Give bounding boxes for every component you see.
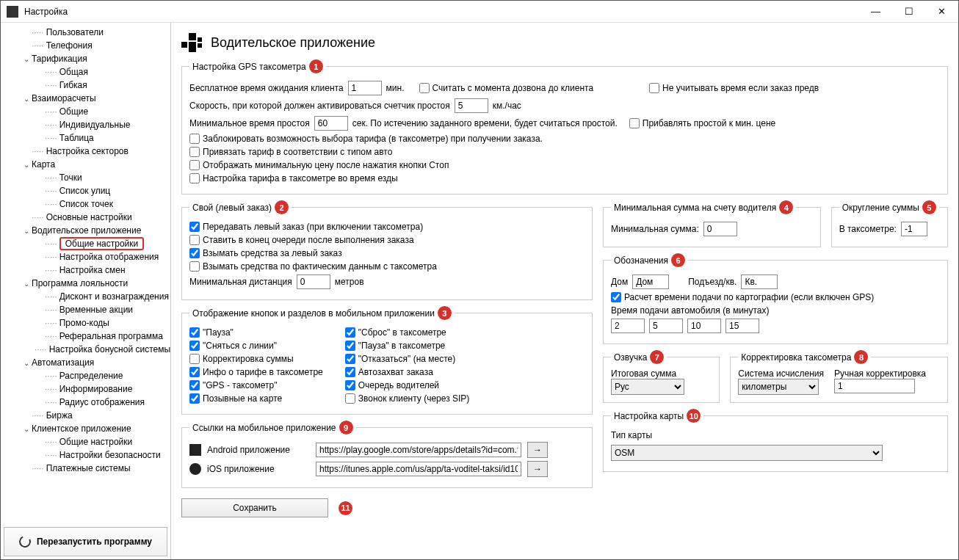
transmit-check[interactable] <box>189 222 200 232</box>
min-sum-input[interactable] <box>703 222 737 236</box>
tree-item[interactable]: ⌄Клиентское приложение <box>5 422 170 435</box>
ignore-time-check[interactable] <box>649 83 659 93</box>
charge-actual-check[interactable] <box>189 261 200 272</box>
add-idle-check[interactable] <box>629 118 640 128</box>
maximize-button[interactable]: ☐ <box>892 1 925 22</box>
map-type-select[interactable]: OSM <box>611 445 883 461</box>
tree-item[interactable]: ·····Индивидуальные <box>5 118 170 131</box>
links-legend: Ссылки на мобильное приложение <box>192 423 336 433</box>
btn-decline-check[interactable] <box>345 354 355 364</box>
btn-offline-check[interactable] <box>189 341 200 351</box>
tree-item[interactable]: ·····Общие <box>5 105 170 118</box>
tree-item-label: Реферальная программа <box>59 331 163 341</box>
min-idle-input[interactable] <box>314 116 348 131</box>
tree-item[interactable]: ·····Настройка смен <box>5 263 170 277</box>
tree-item[interactable]: ·····Гибкая <box>5 79 170 92</box>
min-dist-input[interactable] <box>297 274 330 289</box>
tree-item[interactable]: ·····Общие настройки <box>5 237 170 250</box>
nav-tree[interactable]: ·····Пользователи·····Телефония⌄Тарифика… <box>1 23 170 524</box>
tree-item[interactable]: ·····Промо-коды <box>5 316 170 330</box>
tree-item[interactable]: ·····Телефония <box>5 39 170 52</box>
tree-item[interactable]: ·····Платежные системы <box>5 462 170 475</box>
badge-8: 8 <box>854 350 868 364</box>
tree-item[interactable]: ⌄Карта <box>5 158 170 171</box>
tree-item[interactable]: ⌄Тарификация <box>5 52 170 65</box>
tree-item[interactable]: ·····Реферальная программа <box>5 330 170 343</box>
tree-item[interactable]: ·····Настройка секторов <box>5 145 170 158</box>
ignore-time-label: Не учитывать время если заказ предв <box>662 83 819 93</box>
btn-pausetax-check[interactable] <box>345 341 355 351</box>
tree-item[interactable]: ·····Распределение <box>5 369 170 382</box>
count-from-call-check[interactable] <box>419 83 430 93</box>
chevron-down-icon: ⌄ <box>21 280 32 288</box>
tree-item-label: Настройка секторов <box>46 146 129 156</box>
show-min-price-label: Отображать минимальную цену после нажати… <box>203 160 449 170</box>
tree-item[interactable]: ·····Общие настройки <box>5 435 170 448</box>
btn-sumcorr-check[interactable] <box>189 354 200 364</box>
charge-check[interactable] <box>189 248 200 258</box>
calc-by-map-check[interactable] <box>611 292 621 302</box>
tree-item[interactable]: ·····Информирование <box>5 382 170 396</box>
rounding-input[interactable] <box>901 222 927 236</box>
tree-item-label: Пользователи <box>46 27 104 37</box>
arrival-t4[interactable] <box>725 319 759 333</box>
lock-tariff-check[interactable] <box>189 134 200 144</box>
btn-pause-check[interactable] <box>189 327 200 338</box>
house-input[interactable] <box>632 274 669 289</box>
tree-item[interactable]: ·····Таблица <box>5 131 170 145</box>
bind-tariff-check[interactable] <box>189 147 200 157</box>
tree-item[interactable]: ⌄Взаиморасчеты <box>5 92 170 105</box>
tree-item[interactable]: ·····Список улиц <box>5 184 170 197</box>
btn-gpstax-check[interactable] <box>189 380 200 390</box>
arrival-t2[interactable] <box>649 319 683 333</box>
ios-url-input[interactable] <box>316 462 521 476</box>
tree-item[interactable]: ·····Настройка бонусной системы <box>5 343 170 356</box>
btn-tariffinfo-check[interactable] <box>189 367 200 377</box>
tree-item[interactable]: ⌄Программа лояльности <box>5 277 170 290</box>
speed-input[interactable] <box>455 98 488 113</box>
minimize-button[interactable]: — <box>859 1 892 22</box>
tree-item[interactable]: ·····Настройки безопасности <box>5 448 170 462</box>
tree-item[interactable]: ⌄Водительское приложение <box>5 224 170 237</box>
tree-item[interactable]: ·····Радиус отображения <box>5 396 170 409</box>
tree-item-label: Настройка бонусной системы <box>49 344 170 354</box>
btn-reset-check[interactable] <box>345 327 355 338</box>
queue-end-check[interactable] <box>189 235 200 245</box>
tree-item[interactable]: ·····Временные акции <box>5 303 170 316</box>
arrival-t3[interactable] <box>687 319 721 333</box>
show-min-price-check[interactable] <box>189 160 200 170</box>
badge-9: 9 <box>339 421 353 434</box>
btn-callsigns-check[interactable] <box>189 393 200 404</box>
entrance-input[interactable] <box>741 274 778 289</box>
tree-item[interactable]: ·····Настройка отображения <box>5 250 170 263</box>
btn-queue-check[interactable] <box>345 380 355 390</box>
tree-item[interactable]: ·····Пользователи <box>5 26 170 39</box>
tree-item[interactable]: ·····Основные настройки <box>5 211 170 224</box>
close-button[interactable]: ✕ <box>925 1 958 22</box>
btn-sip-check[interactable] <box>345 393 355 404</box>
system-label: Система исчисления <box>738 368 824 379</box>
ios-label: iOS приложение <box>207 464 310 474</box>
tree-item[interactable]: ·····Общая <box>5 65 170 79</box>
tree-item[interactable]: ⌄Автоматизация <box>5 356 170 369</box>
tree-item[interactable]: ·····Список точек <box>5 197 170 211</box>
arrival-t1[interactable] <box>611 319 645 333</box>
ios-go-button[interactable]: → <box>527 461 548 477</box>
tariff-moving-check[interactable] <box>189 173 200 183</box>
btn-autograb-check[interactable] <box>345 367 355 377</box>
manual-input[interactable] <box>834 379 915 393</box>
android-url-input[interactable] <box>316 443 521 457</box>
tree-item[interactable]: ·····Биржа <box>5 409 170 422</box>
tree-item[interactable]: ·····Точки <box>5 171 170 184</box>
voice-total-select[interactable]: Рус <box>611 379 684 395</box>
tariff-moving-label: Настройка тарифа в таксометре во время е… <box>203 173 398 183</box>
charge-label: Взымать средства за левый заказ <box>203 248 342 258</box>
badge-1: 1 <box>309 59 323 73</box>
restart-button[interactable]: Перезапустить программу <box>4 527 167 556</box>
tree-item[interactable]: ·····Дисконт и вознаграждения <box>5 290 170 303</box>
free-wait-input[interactable] <box>348 81 382 95</box>
tree-item-label: Взаиморасчеты <box>32 93 96 103</box>
save-button[interactable]: Сохранить <box>181 498 328 517</box>
android-go-button[interactable]: → <box>527 442 548 458</box>
system-select[interactable]: километры <box>738 379 819 395</box>
